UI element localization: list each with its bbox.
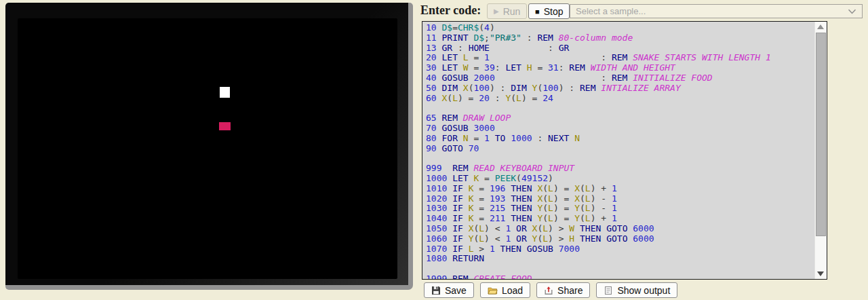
save-button[interactable]: Save: [424, 282, 474, 298]
scrollbar-up-arrow-icon[interactable]: [817, 24, 824, 29]
code-line: [426, 264, 815, 274]
save-button-label: Save: [445, 285, 467, 296]
code-line: 40 GOSUB 2000 : REM INITIALIZE FOOD: [426, 73, 815, 83]
run-button-label: Run: [503, 6, 521, 17]
code-line: 1000 LET K = PEEK(49152): [426, 174, 815, 184]
editor-scrollbar[interactable]: [814, 22, 827, 279]
code-line: 80 FOR N = 1 TO 1000 : NEXT N: [426, 134, 815, 144]
code-editor-content[interactable]: 10 D$=CHR$(4)11 PRINT D$;"PR#3" : REM 80…: [422, 22, 815, 279]
sample-select[interactable]: Select a sample...: [570, 4, 863, 18]
code-line: 70 GOSUB 3000: [426, 124, 815, 134]
scrollbar-thumb[interactable]: [816, 33, 826, 236]
code-line: 13 GR : HOME : GR: [426, 43, 815, 54]
code-line: 1010 IF K = 196 THEN X(L) = X(L) + 1: [426, 184, 815, 194]
code-line: 50 DIM X(100) : DIM Y(100) : REM INTIALI…: [426, 83, 815, 94]
code-line: 65 REM DRAW LOOP: [426, 113, 815, 124]
scrollbar-down-arrow-icon[interactable]: [817, 271, 824, 276]
emulator-screen[interactable]: [18, 18, 397, 279]
stop-button-label: Stop: [544, 6, 564, 17]
run-button[interactable]: ▶ Run: [487, 3, 527, 19]
enter-code-label: Enter code:: [420, 3, 481, 18]
floppy-disk-icon: [431, 286, 441, 295]
code-line: 1999 REM CREATE FOOD: [426, 274, 815, 279]
action-button-row: Save Load Share Show output: [424, 282, 677, 298]
code-line: 999 REM READ KEYBOARD INPUT: [426, 164, 815, 174]
code-line: 20 LET L = 1 : REM SNAKE STARTS WITH LEN…: [426, 53, 815, 63]
code-line: 1070 IF L > 1 THEN GOSUB 7000: [426, 244, 815, 255]
show-output-button[interactable]: Show output: [596, 282, 677, 298]
code-editor: 10 D$=CHR$(4)11 PRINT D$;"PR#3" : REM 80…: [422, 21, 827, 280]
load-button[interactable]: Load: [480, 282, 530, 298]
code-line: [426, 153, 815, 164]
code-line: 11 PRINT D$;"PR#3" : REM 80-column mode: [426, 33, 815, 43]
code-line: 1030 IF K = 215 THEN Y(L) = Y(L) - 1: [426, 204, 815, 214]
code-line: 1050 IF X(L) < 1 OR X(L) > W THEN GOTO 6…: [426, 224, 815, 234]
code-line: [426, 103, 815, 113]
share-button-label: Share: [557, 285, 583, 296]
sample-select-placeholder: Select a sample...: [576, 6, 646, 16]
code-line: 10 D$=CHR$(4): [426, 23, 815, 33]
jsbasic-page: Enter code: ▶ Run ■ Stop Select a sample…: [0, 0, 868, 300]
share-box-arrow-icon: [544, 286, 553, 295]
stop-button[interactable]: ■ Stop: [528, 3, 570, 19]
share-button[interactable]: Share: [536, 282, 590, 298]
code-line: 1020 IF K = 193 THEN X(L) = X(L) - 1: [426, 194, 815, 204]
load-button-label: Load: [502, 285, 523, 296]
food-pixel: [219, 122, 231, 130]
document-icon: [604, 286, 613, 295]
chevron-down-icon: [848, 9, 856, 14]
code-line: 1080 RETURN: [426, 254, 815, 264]
code-line: 30 LET W = 39: LET H = 31: REM WIDTH AND…: [426, 63, 815, 73]
play-icon: ▶: [494, 7, 499, 15]
code-line: 1040 IF K = 211 THEN Y(L) = Y(L) + 1: [426, 214, 815, 224]
stop-square-icon: ■: [535, 7, 540, 16]
emulator-monitor-bezel: [5, 3, 413, 290]
code-line: 60 X(L) = 20 : Y(L) = 24: [426, 94, 815, 104]
code-line: 1060 IF Y(L) < 1 OR Y(L) > H THEN GOTO 6…: [426, 234, 815, 244]
open-folder-icon: [488, 286, 498, 295]
show-output-button-label: Show output: [617, 285, 670, 296]
code-line: 90 GOTO 70: [426, 144, 815, 154]
snake-pixel: [220, 87, 230, 98]
